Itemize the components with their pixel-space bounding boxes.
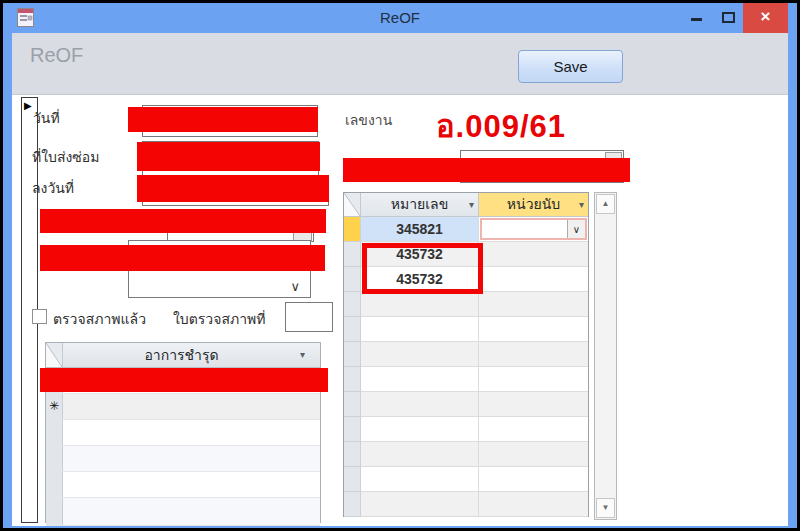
inspected-checkbox-label: ตรวจสภาพแล้ว <box>53 308 146 330</box>
form-content: ReOF Save ▶ วันที่ ที่ใบส่งซ่อม ลงวันที่… <box>12 33 788 526</box>
grid-corner-icon[interactable] <box>344 193 361 216</box>
grid-row[interactable] <box>344 317 588 342</box>
highlight-annotation <box>362 243 483 294</box>
job-number-label: เลขงาน <box>345 109 392 131</box>
defect-cell[interactable] <box>63 394 320 419</box>
defect-dropdown-icon[interactable]: ▾ <box>300 343 320 367</box>
column-header-unit[interactable]: หน่วยนับ ▾ <box>479 193 588 216</box>
defect-new-record-row[interactable]: ✳ <box>46 394 320 420</box>
defect-table-corner-icon[interactable] <box>46 343 63 367</box>
scroll-up-icon[interactable]: ▲ <box>596 194 615 214</box>
titlebar[interactable]: ReOF × <box>3 3 797 33</box>
number-dropdown-icon[interactable]: ▾ <box>469 193 474 216</box>
redaction-bar-repair-doc <box>137 142 320 171</box>
redaction-bar-doc-date <box>137 175 329 202</box>
unit-combo-box[interactable]: ∨ <box>480 218 587 240</box>
defect-table-header[interactable]: อาการชำรุด ▾ <box>46 343 320 368</box>
unit-cell[interactable] <box>479 267 588 292</box>
job-number-value: อ.009/61 <box>436 101 566 151</box>
form-header: ReOF Save <box>12 33 788 95</box>
defect-row[interactable] <box>46 420 320 446</box>
defect-column-header[interactable]: อาการชำรุด <box>63 343 300 367</box>
inspection-doc-input[interactable] <box>285 302 333 332</box>
column-header-number[interactable]: หมายเลข ▾ <box>361 193 479 216</box>
inspection-doc-label: ใบตรวจสภาพที่ <box>173 308 266 330</box>
close-button[interactable]: × <box>743 3 788 33</box>
grid-row[interactable] <box>344 417 588 442</box>
window-title: ReOF <box>3 9 797 26</box>
grid-row-selector[interactable] <box>344 242 361 267</box>
grid-row[interactable] <box>344 492 588 517</box>
column-header-unit-label: หน่วยนับ <box>507 196 560 212</box>
grid-row-selector[interactable] <box>344 217 361 242</box>
defect-row[interactable] <box>46 498 320 526</box>
repair-doc-label: ที่ใบส่งซ่อม <box>32 146 99 168</box>
window-frame: ReOF × ReOF Save ▶ วันที่ ที่ใบส่งซ่อม ล… <box>3 3 797 528</box>
grid-row[interactable] <box>344 367 588 392</box>
new-record-marker-icon: ✳ <box>46 394 63 419</box>
grid-row-current[interactable]: 345821 ∨ <box>344 217 588 242</box>
grid-scrollbar[interactable]: ▲ ▼ <box>594 192 617 520</box>
application-window: ReOF × ReOF Save ▶ วันที่ ที่ใบส่งซ่อม ล… <box>0 0 800 531</box>
current-record-arrow-icon: ▶ <box>24 100 32 111</box>
unit-combo-chevron-icon[interactable]: ∨ <box>567 220 585 238</box>
grid-row[interactable] <box>344 442 588 467</box>
save-button[interactable]: Save <box>518 50 623 83</box>
unit-dropdown-icon[interactable]: ▾ <box>579 193 584 216</box>
redaction-bar-category <box>343 158 630 182</box>
maximize-button[interactable] <box>722 12 735 23</box>
grid-row-selector[interactable] <box>344 267 361 292</box>
redaction-bar-type <box>40 245 325 271</box>
unit-cell[interactable]: ∨ <box>479 217 588 242</box>
minimize-button[interactable] <box>691 18 702 21</box>
grid-row[interactable] <box>344 467 588 492</box>
redaction-bar-defect <box>40 368 328 392</box>
column-header-number-label: หมายเลข <box>391 196 448 212</box>
unit-cell[interactable] <box>479 242 588 267</box>
grid-header-row: หมายเลข ▾ หน่วยนับ ▾ <box>344 193 588 217</box>
redaction-bar-equipment <box>40 209 326 233</box>
number-cell[interactable]: 345821 <box>361 217 479 242</box>
grid-row[interactable] <box>344 342 588 367</box>
number-grid: หมายเลข ▾ หน่วยนับ ▾ 345821 ∨ <box>343 192 589 517</box>
scroll-down-icon[interactable]: ▼ <box>596 498 615 518</box>
defect-row[interactable] <box>46 446 320 472</box>
defect-row[interactable] <box>46 472 320 498</box>
date-label: วันที่ <box>33 107 60 129</box>
inspected-checkbox[interactable] <box>32 309 47 324</box>
redaction-bar-date <box>128 107 318 132</box>
grid-row[interactable] <box>344 292 588 317</box>
grid-row[interactable] <box>344 392 588 417</box>
doc-date-label: ลงวันที่ <box>32 177 74 199</box>
form-title: ReOF <box>30 44 83 67</box>
combo-chevron-icon[interactable]: ∨ <box>290 279 300 294</box>
